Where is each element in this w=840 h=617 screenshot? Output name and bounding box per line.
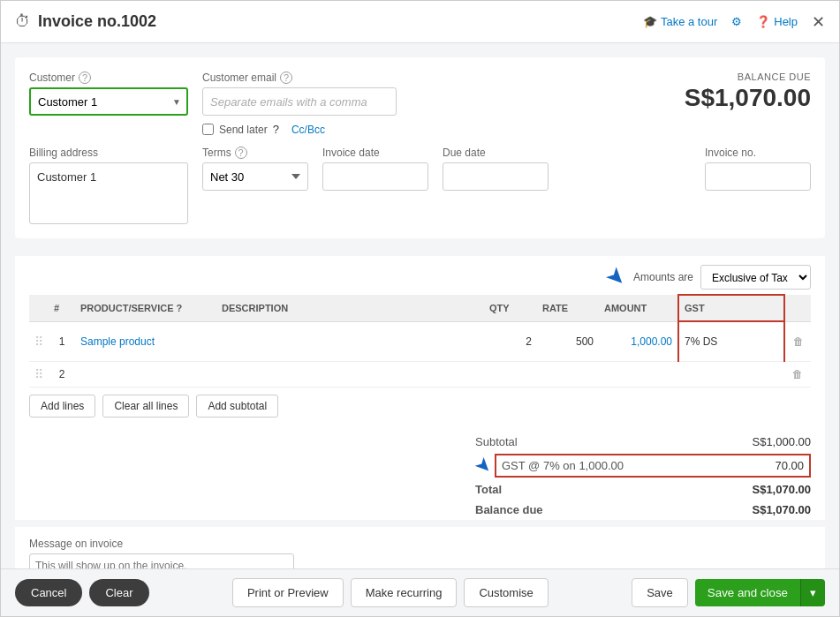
balance-value: S$1,070.00 [723,503,811,516]
drag-handle-1[interactable]: ⠿ [29,321,49,361]
add-lines-button[interactable]: Add lines [29,395,95,418]
customer-row: Customer ? Customer 1 Customer email ? [29,71,811,136]
invoice-icon: ⏱ [15,12,31,31]
save-and-close-button[interactable]: Save and close [695,579,800,606]
take-a-tour-button[interactable]: 🎓 Take a tour [643,15,717,28]
row-2-description[interactable] [216,361,484,387]
invoice-date-input[interactable]: 06/03/2020 [322,162,428,191]
terms-label: Terms ? [202,147,308,159]
customer-email-input[interactable] [202,87,397,116]
customer-field-group: Customer ? Customer 1 [29,71,188,116]
close-button[interactable]: ✕ [812,12,825,32]
invoice-date-label: Invoice date [322,147,428,159]
delete-icon-2[interactable]: 🗑 [792,368,803,380]
header: ⏱ Invoice no.1002 🎓 Take a tour ⚙ ❓ Help… [1,1,839,43]
email-help-icon[interactable]: ? [280,71,292,84]
row-2-gst[interactable] [678,361,784,387]
product-help-icon[interactable]: ? [177,303,183,313]
due-date-input[interactable]: 05/04/2020 [443,162,549,191]
table-row: ⠿ 1 Sample product 2 500 1,000.00 7% DS … [29,321,811,361]
col-rate-header: RATE [537,295,599,321]
gst-highlighted-row: GST @ 7% on 1,000.00 70.00 [495,454,811,478]
invoice-no-label: Invoice no. [705,147,811,159]
clear-all-lines-button[interactable]: Clear all lines [102,395,189,418]
row-1-description-input[interactable] [222,327,479,356]
customer-email-label: Customer email ? [202,71,397,84]
subtotal-value: S$1,000.00 [723,435,811,448]
col-description-header: DESCRIPTION [216,295,484,321]
balance-due-section: BALANCE DUE S$1,070.00 [685,71,811,112]
add-subtotal-button[interactable]: Add subtotal [196,395,278,418]
terms-group: Terms ? Net 30 Net 15 Net 60 Due on rece… [202,147,308,191]
summary-section: Subtotal S$1,000.00 ➤ GST @ 7% on 1,000.… [29,432,811,520]
gst-value: 70.00 [775,459,804,472]
subtotal-row: Subtotal S$1,000.00 [475,432,811,452]
delete-icon-1[interactable]: 🗑 [793,335,804,348]
row-2-rate[interactable] [537,361,599,387]
total-row: Total S$1,070.00 [475,479,811,500]
dropdown-chevron-icon: ▾ [810,586,816,599]
help-button[interactable]: ❓ Help [756,15,798,28]
row-1-description[interactable] [216,321,484,361]
invoice-no-input[interactable]: 1002 [705,162,811,191]
save-button[interactable]: Save [632,578,688,607]
main-content: Customer ? Customer 1 Customer email ? [1,43,839,568]
row-1-num: 1 [49,321,75,361]
invoice-date-group: Invoice date 06/03/2020 [322,147,428,191]
amounts-are-select[interactable]: Exclusive of Tax Inclusive of Tax No Tax [700,265,811,290]
section-divider-2 [15,520,825,527]
billing-row: Billing address Customer 1 Terms ? Net 3… [29,147,811,224]
print-preview-button[interactable]: Print or Preview [232,578,344,607]
table-row: ⠿ 2 🗑 [29,361,811,387]
footer-right: Save Save and close ▾ [632,578,825,607]
customer-select[interactable]: Customer 1 [29,87,188,116]
due-date-label: Due date [443,147,549,159]
header-right: 🎓 Take a tour ⚙ ❓ Help ✕ [643,12,825,32]
send-later-checkbox[interactable] [202,124,214,135]
arrow-gst-column-icon: ➤ [600,260,632,293]
col-hash-header: # [49,295,75,321]
terms-help-icon[interactable]: ? [235,147,247,159]
terms-select[interactable]: Net 30 Net 15 Net 60 Due on receipt [202,162,308,191]
make-recurring-button[interactable]: Make recurring [351,578,458,607]
row-1-gst[interactable]: 7% DS [678,321,784,361]
row-2-delete[interactable]: 🗑 [784,361,811,387]
balance-row: Balance due S$1,070.00 [475,500,811,520]
row-2-qty[interactable] [484,361,537,387]
clear-button[interactable]: Clear [89,579,148,606]
row-2-amount [599,361,678,387]
drag-handle-2[interactable]: ⠿ [29,361,49,387]
save-close-wrapper: Save and close ▾ [695,579,825,606]
customise-button[interactable]: Customise [464,578,548,607]
col-drag [29,295,49,321]
settings-icon[interactable]: ⚙ [731,15,742,28]
save-close-dropdown-button[interactable]: ▾ [800,579,825,606]
row-1-amount[interactable]: 1,000.00 [599,321,678,361]
subtotal-label: Subtotal [475,435,518,448]
invoice-no-group: Invoice no. 1002 [705,147,811,191]
help-circle-icon: ❓ [756,15,770,28]
amounts-are-row: ➤ Amounts are Exclusive of Tax Inclusive… [29,256,811,294]
customer-select-wrapper: Customer 1 [29,87,188,116]
total-value: S$1,070.00 [723,483,811,496]
send-later-label: Send later [219,124,268,136]
footer-left: Cancel Clear [15,579,149,606]
billing-address-label: Billing address [29,147,188,159]
col-delete-header [784,295,811,321]
row-2-product[interactable] [75,361,216,387]
message-invoice-textarea[interactable] [29,553,294,569]
invoice-window: ⏱ Invoice no.1002 🎓 Take a tour ⚙ ❓ Help… [0,0,840,617]
cc-bcc-link[interactable]: Cc/Bcc [291,124,325,136]
billing-address-group: Billing address Customer 1 [29,147,188,224]
customer-help-icon[interactable]: ? [79,71,91,84]
table-actions: Add lines Clear all lines Add subtotal [29,388,811,425]
row-1-delete[interactable]: 🗑 [784,321,811,361]
cancel-button[interactable]: Cancel [15,579,82,606]
header-left: ⏱ Invoice no.1002 [15,12,156,31]
send-later-help-icon[interactable]: ? [273,123,279,136]
message-invoice-label: Message on invoice [29,538,811,550]
row-1-product-link[interactable]: Sample product [80,335,155,348]
due-date-group: Due date 05/04/2020 [443,147,549,191]
row-2-num: 2 [49,361,75,387]
invoice-table: # PRODUCT/SERVICE ? DESCRIPTION QTY RATE… [29,294,811,388]
